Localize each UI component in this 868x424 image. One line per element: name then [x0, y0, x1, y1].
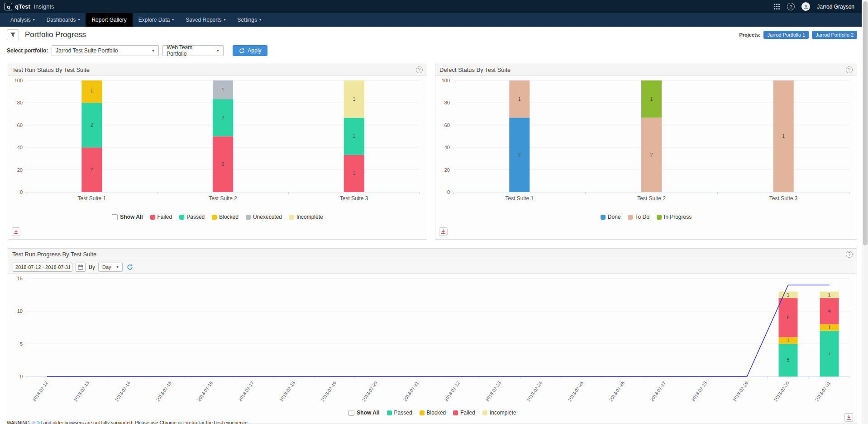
legend-swatch: [387, 410, 392, 415]
refresh-chart-button[interactable]: [127, 264, 133, 270]
panel-header: Defect Status By Test Suite ?: [435, 64, 857, 76]
panel-defect-status: Defect Status By Test Suite ? 0204060801…: [435, 64, 857, 240]
legend-swatch: [628, 215, 633, 220]
help-icon[interactable]: ?: [416, 66, 423, 73]
legend-item-passed[interactable]: Passed: [387, 410, 412, 416]
project-badge[interactable]: Jarrod Portfolio 2: [812, 31, 857, 39]
portfolio-select[interactable]: Jarrod Test Suite Portfolio ▼: [52, 45, 159, 56]
apps-grid-icon[interactable]: [773, 3, 780, 10]
panel-header: Test Run Status By Test Suite ?: [8, 64, 427, 76]
chevron-down-icon: ▾: [78, 18, 80, 22]
y-tick-label: 80: [444, 100, 450, 105]
nav-settings[interactable]: Settings ▾: [232, 13, 267, 27]
legend-item-to-do[interactable]: To Do: [628, 214, 649, 220]
bar-value-label: 1: [222, 87, 224, 92]
legend-swatch: [601, 215, 606, 220]
show-all-checkbox[interactable]: [112, 214, 118, 220]
legend-item-blocked[interactable]: Blocked: [420, 410, 446, 416]
nav-saved-reports[interactable]: Saved Reports ▾: [180, 13, 231, 27]
chevron-down-icon: ▼: [116, 265, 119, 269]
legend-item-failed[interactable]: Failed: [150, 214, 172, 220]
nav-label: Analysis: [10, 17, 31, 23]
show-all-toggle[interactable]: Show All: [348, 410, 379, 416]
help-icon[interactable]: ?: [846, 251, 853, 258]
legend-item-failed[interactable]: Failed: [453, 410, 475, 416]
interval-value: Day: [102, 264, 111, 270]
legend-label: Passed: [186, 214, 205, 220]
x-category-label: 2018-07-29: [732, 380, 749, 402]
legend-item-unexecuted[interactable]: Unexecuted: [246, 214, 282, 220]
bar-value-label: 1: [787, 338, 790, 343]
export-chart-button[interactable]: [439, 227, 448, 236]
footer-link[interactable]: IE10: [32, 420, 42, 424]
qtest-logo-text: qTest: [15, 3, 30, 10]
y-tick-label: 100: [442, 78, 450, 83]
legend-item-blocked[interactable]: Blocked: [212, 214, 238, 220]
team-portfolio-select[interactable]: Web Team Portfolio ▼: [162, 45, 224, 56]
x-category-label: Test Suite 1: [77, 195, 106, 202]
footer-text: and older browsers are not fully support…: [42, 420, 249, 424]
chevron-down-icon: ▼: [216, 49, 219, 53]
bar-value-label: 1: [782, 134, 785, 139]
download-icon: [846, 415, 851, 420]
bar-value-label: 7: [828, 351, 831, 356]
show-all-toggle[interactable]: Show All: [112, 214, 143, 220]
legend-item-incomplete[interactable]: Incomplete: [289, 214, 323, 220]
x-category-label: 2018-07-28: [691, 380, 708, 402]
footer-note: WARNING: IE10 and older browsers are not…: [7, 420, 249, 424]
legend-item-in-progress[interactable]: In Progress: [657, 214, 692, 220]
nav-dashboards[interactable]: Dashboards ▾: [41, 13, 86, 27]
scrollbar-thumb[interactable]: [863, 1, 868, 245]
nav-label: Settings: [238, 17, 257, 23]
show-all-checkbox[interactable]: [348, 410, 354, 416]
portfolio-select-value: Jarrod Test Suite Portfolio: [56, 47, 118, 54]
legend-label: Unexecuted: [253, 214, 282, 220]
legend-item-incomplete[interactable]: Incomplete: [482, 410, 516, 416]
export-chart-button[interactable]: [844, 413, 853, 422]
y-tick-label: 0: [447, 189, 450, 195]
export-chart-button[interactable]: [12, 227, 20, 236]
y-tick-label: 20: [444, 167, 450, 173]
chart-legend: DoneTo DoIn Progress: [435, 214, 857, 220]
panel-title: Test Run Progress By Test Suite: [12, 251, 96, 258]
main-nav: Analysis ▾ Dashboards ▾ Report Gallery E…: [0, 13, 868, 27]
x-category-label: 2018-07-20: [361, 380, 379, 402]
nav-label: Explore Data: [138, 17, 170, 23]
bar-value-label: 2: [518, 152, 521, 157]
legend-item-done[interactable]: Done: [601, 214, 621, 220]
x-category-label: 2018-07-15: [155, 380, 173, 402]
interval-select[interactable]: Day ▼: [98, 263, 123, 272]
user-name[interactable]: Jarrod Grayson: [817, 4, 854, 10]
x-category-label: 2018-07-13: [73, 380, 91, 402]
y-tick-label: 5: [20, 341, 23, 347]
bar-value-label: 1: [353, 171, 355, 176]
bar-value-label: 1: [91, 89, 93, 94]
legend-item-passed[interactable]: Passed: [179, 214, 205, 220]
help-icon[interactable]: ?: [787, 3, 795, 10]
bar-value-label: 1: [787, 292, 790, 297]
bar-value-label: 1: [353, 97, 355, 102]
y-tick-label: 40: [444, 145, 450, 150]
x-category-label: Test Suite 2: [637, 195, 666, 202]
nav-report-gallery[interactable]: Report Gallery: [86, 13, 132, 27]
defect-status-chart: 020406080100Test Suite 1Test Suite 2Test…: [435, 77, 855, 212]
avatar[interactable]: [801, 2, 810, 11]
date-range-input[interactable]: [13, 263, 72, 272]
nav-analysis[interactable]: Analysis ▾: [5, 13, 41, 27]
legend-swatch: [179, 215, 184, 220]
project-badge[interactable]: Jarrod Portfolio 1: [763, 31, 809, 39]
filter-toggle-button[interactable]: [7, 29, 19, 40]
bar-value-label: 2: [650, 152, 653, 157]
y-tick-label: 40: [17, 145, 23, 150]
y-tick-label: 10: [17, 308, 23, 314]
calendar-icon: [78, 264, 83, 270]
apply-label: Apply: [248, 47, 261, 54]
calendar-button[interactable]: [76, 263, 86, 272]
help-icon[interactable]: ?: [846, 66, 853, 73]
panel-title: Test Run Status By Test Suite: [12, 66, 90, 73]
nav-explore-data[interactable]: Explore Data ▾: [133, 13, 180, 27]
scrollbar[interactable]: [862, 0, 868, 424]
bar-value-label: 5: [787, 358, 790, 363]
apply-button[interactable]: Apply: [233, 45, 267, 56]
portfolio-filter-row: Select portfolio: Jarrod Test Suite Port…: [7, 45, 267, 57]
